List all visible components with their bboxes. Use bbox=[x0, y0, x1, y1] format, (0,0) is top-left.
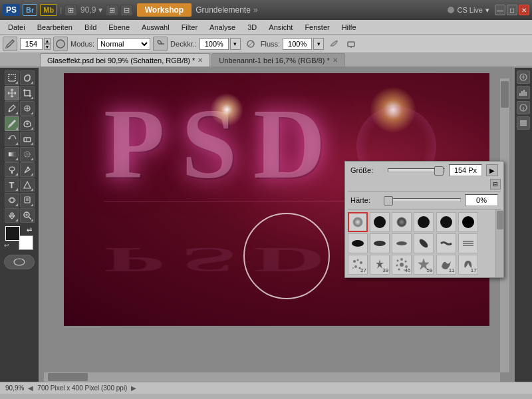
compass-icon[interactable] bbox=[517, 70, 530, 84]
eraser-tool[interactable] bbox=[20, 132, 35, 146]
brush-item-7[interactable] bbox=[370, 233, 390, 253]
brush-scroll-thumb[interactable] bbox=[497, 211, 503, 229]
menu-ansicht[interactable]: Ansicht bbox=[263, 22, 298, 33]
lasso-tool[interactable] bbox=[20, 70, 35, 85]
type-tool[interactable]: T bbox=[5, 178, 19, 192]
h-scroll-thumb[interactable] bbox=[48, 373, 88, 381]
fg-color[interactable] bbox=[5, 226, 20, 241]
menu-bild[interactable]: Bild bbox=[79, 22, 102, 33]
modus-select[interactable]: Normal Auflösen Abdunkeln bbox=[97, 38, 150, 50]
menu-analyse[interactable]: Analyse bbox=[204, 22, 241, 33]
shape-tool[interactable] bbox=[20, 178, 35, 192]
brush-tool[interactable] bbox=[5, 116, 19, 131]
brush-item-15[interactable]: 59 bbox=[414, 255, 434, 275]
brush-item-2[interactable] bbox=[392, 212, 412, 232]
brush-item-16[interactable]: 11 bbox=[436, 255, 456, 275]
brush-tool-icon[interactable] bbox=[3, 37, 17, 51]
status-left-arrow[interactable]: ◀ bbox=[28, 384, 33, 392]
fluss-input[interactable] bbox=[283, 38, 312, 50]
minimize-button[interactable]: — bbox=[495, 5, 505, 15]
hardness-track[interactable] bbox=[388, 198, 461, 202]
tab-glaseffekt-close[interactable]: ✕ bbox=[198, 57, 203, 64]
gradient-tool[interactable] bbox=[5, 147, 19, 162]
groesse-arrow[interactable]: ▶ bbox=[486, 164, 498, 176]
deckr-input[interactable] bbox=[200, 38, 229, 50]
brush-item-11[interactable] bbox=[458, 233, 478, 253]
brush-item-0[interactable] bbox=[348, 212, 368, 232]
reset-colors[interactable]: ↩ bbox=[4, 242, 12, 250]
brush-item-14[interactable]: 46 bbox=[392, 255, 412, 275]
swap-colors[interactable]: ⇄ bbox=[27, 226, 35, 234]
expand-icon[interactable]: » bbox=[253, 5, 258, 15]
menu-ebene[interactable]: Ebene bbox=[103, 22, 135, 33]
fluss-arrow[interactable]: ▾ bbox=[313, 38, 324, 50]
maximize-button[interactable]: □ bbox=[507, 5, 517, 15]
pen-tool[interactable] bbox=[20, 162, 35, 177]
horizontal-scrollbar[interactable] bbox=[44, 372, 500, 382]
tab-unbenannt-close[interactable]: ✕ bbox=[332, 57, 338, 64]
v-scroll-thumb[interactable] bbox=[501, 81, 509, 108]
menu-bearbeiten[interactable]: Bearbeiten bbox=[32, 22, 78, 33]
history-tool[interactable] bbox=[5, 132, 19, 146]
airbrush-toggle[interactable] bbox=[327, 37, 341, 51]
layers-icon[interactable] bbox=[517, 116, 530, 130]
size-thumb[interactable] bbox=[434, 166, 444, 176]
3d-tool[interactable] bbox=[5, 193, 19, 207]
brush-item-13[interactable]: 39 bbox=[370, 255, 390, 275]
cslive-area[interactable]: CS Live ▾ bbox=[448, 6, 489, 15]
br-logo[interactable]: Br bbox=[23, 4, 37, 16]
brush-item-3[interactable] bbox=[414, 212, 434, 232]
histogram-icon[interactable] bbox=[517, 86, 530, 99]
menu-datei[interactable]: Datei bbox=[3, 22, 31, 33]
menu-fenster[interactable]: Fenster bbox=[299, 22, 334, 33]
menu-filter[interactable]: Filter bbox=[176, 22, 203, 33]
size-input[interactable]: 154 bbox=[20, 38, 43, 50]
hardness-thumb[interactable] bbox=[384, 196, 393, 205]
menu-hilfe[interactable]: Hilfe bbox=[336, 22, 362, 33]
view-toggle3[interactable]: ⊟ bbox=[120, 5, 133, 16]
quick-mask-btn[interactable] bbox=[4, 255, 35, 269]
eyedropper-tool[interactable] bbox=[5, 101, 19, 116]
tab-glaseffekt[interactable]: Glaseffekt.psd bei 90,9% (Schatten, RGB/… bbox=[40, 53, 210, 66]
mb-logo[interactable]: Mb bbox=[40, 4, 57, 16]
brush-item-5[interactable] bbox=[458, 212, 478, 232]
menu-3d[interactable]: 3D bbox=[242, 22, 262, 33]
healing-tool[interactable] bbox=[20, 101, 35, 116]
size-up-btn[interactable]: ▲ bbox=[44, 38, 51, 44]
workspace-button[interactable]: Workshop bbox=[137, 3, 192, 17]
panel-align-icon[interactable]: ⊟ bbox=[490, 179, 501, 190]
hand-tool[interactable] bbox=[5, 208, 19, 223]
grundelemente-button[interactable]: Grundelemente bbox=[196, 5, 251, 15]
airbrush-icon[interactable] bbox=[153, 37, 168, 51]
brush-item-6[interactable] bbox=[348, 233, 368, 253]
note-tool[interactable] bbox=[20, 193, 35, 207]
brush-item-12[interactable]: 27 bbox=[348, 255, 368, 275]
rect-marquee-tool[interactable] bbox=[5, 70, 19, 85]
brush-item-8[interactable] bbox=[392, 233, 412, 253]
view-toggle[interactable]: ⊞ bbox=[65, 5, 77, 16]
brush-item-17[interactable]: 17 bbox=[458, 255, 478, 275]
bg-color[interactable] bbox=[19, 235, 33, 250]
status-right-arrow[interactable]: ▶ bbox=[131, 384, 136, 392]
brush-item-10[interactable] bbox=[436, 233, 456, 253]
deckr-arrow[interactable]: ▾ bbox=[230, 38, 241, 50]
haerte-value[interactable]: 0% bbox=[465, 194, 498, 206]
size-track[interactable] bbox=[388, 168, 445, 172]
info-icon[interactable]: i bbox=[517, 101, 530, 114]
tab-unbenannt[interactable]: Unbenannt-1 bei 16,7% (RGB/8) * ✕ bbox=[211, 53, 344, 66]
brush-item-4[interactable] bbox=[436, 212, 456, 232]
crop-tool[interactable] bbox=[20, 86, 35, 100]
tablet-icon[interactable] bbox=[344, 37, 358, 51]
groesse-value[interactable]: 154 Px bbox=[449, 164, 482, 176]
brush-preset-icon[interactable] bbox=[53, 37, 68, 51]
pen-pressure-icon[interactable] bbox=[243, 37, 258, 51]
brush-item-1[interactable] bbox=[370, 212, 390, 232]
close-button[interactable]: ✕ bbox=[519, 5, 529, 15]
zoom-tool[interactable] bbox=[20, 208, 35, 223]
size-down-btn[interactable]: ▼ bbox=[44, 44, 51, 50]
menu-auswahl[interactable]: Auswahl bbox=[136, 22, 175, 33]
dodge-tool[interactable] bbox=[5, 162, 19, 177]
brush-item-9[interactable] bbox=[414, 233, 434, 253]
blur-tool[interactable] bbox=[20, 147, 35, 162]
brush-panel-scrollbar[interactable] bbox=[495, 209, 503, 277]
